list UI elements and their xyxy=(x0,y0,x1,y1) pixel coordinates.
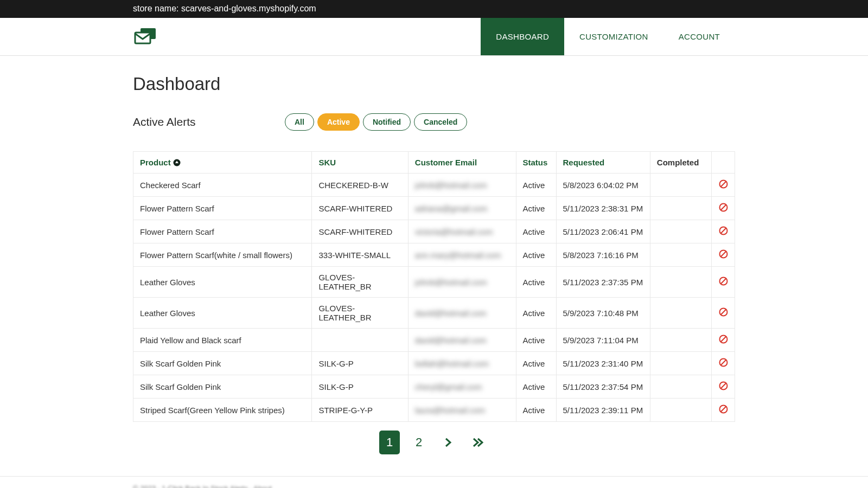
cell-product: Flower Pattern Scarf(white / small flowe… xyxy=(133,243,312,267)
cell-status: Active xyxy=(516,375,556,399)
svg-line-7 xyxy=(720,205,725,210)
cell-completed xyxy=(650,329,712,352)
cell-completed xyxy=(650,352,712,375)
cell-completed xyxy=(650,399,712,422)
col-action xyxy=(712,152,735,174)
cell-status: Active xyxy=(516,399,556,422)
svg-rect-1 xyxy=(135,33,150,43)
filter-active[interactable]: Active xyxy=(317,113,360,131)
cell-email: johnb@hotmail.com xyxy=(408,267,516,298)
table-row: Flower Pattern Scarf(white / small flowe… xyxy=(133,243,735,267)
cancel-alert-button[interactable] xyxy=(719,404,728,414)
cell-requested: 5/9/2023 7:11:04 PM xyxy=(556,329,650,352)
cell-status: Active xyxy=(516,298,556,329)
cell-email: johnb@hotmail.com xyxy=(408,174,516,197)
nav-customization[interactable]: CUSTOMIZATION xyxy=(564,18,663,55)
cell-product: Leather Gloves xyxy=(133,267,312,298)
filter-notified[interactable]: Notified xyxy=(363,113,411,131)
filter-canceled[interactable]: Canceled xyxy=(414,113,467,131)
cancel-alert-button[interactable] xyxy=(719,249,728,259)
nav-account[interactable]: ACCOUNT xyxy=(663,18,735,55)
table-row: Flower Pattern ScarfSCARF-WHITEREDvictor… xyxy=(133,220,735,243)
cell-product: Flower Pattern Scarf xyxy=(133,220,312,243)
app-logo xyxy=(133,18,158,55)
cancel-alert-button[interactable] xyxy=(719,277,728,286)
store-name-label: store name: scarves-and-gloves.myshopify… xyxy=(133,4,316,13)
table-row: Flower Pattern ScarfSCARF-WHITEREDadrian… xyxy=(133,197,735,220)
filter-pills: All Active Notified Canceled xyxy=(285,113,467,131)
col-completed: Completed xyxy=(650,152,712,174)
cell-product: Striped Scarf(Green Yellow Pink stripes) xyxy=(133,399,312,422)
svg-line-21 xyxy=(720,383,725,388)
cell-sku: GLOVES-LEATHER_BR xyxy=(312,298,408,329)
main-nav: DASHBOARD CUSTOMIZATION ACCOUNT xyxy=(481,18,735,55)
table-row: Checkered ScarfCHECKERED-B-Wjohnb@hotmai… xyxy=(133,174,735,197)
cell-sku: SILK-G-P xyxy=(312,352,408,375)
cell-status: Active xyxy=(516,174,556,197)
cell-completed xyxy=(650,243,712,267)
cell-requested: 5/11/2023 2:31:40 PM xyxy=(556,352,650,375)
cell-sku: SCARF-WHITERED xyxy=(312,197,408,220)
cell-completed xyxy=(650,220,712,243)
cancel-alert-button[interactable] xyxy=(719,226,728,235)
cell-product: Leather Gloves xyxy=(133,298,312,329)
table-row: Leather GlovesGLOVES-LEATHER_BRdavid@hot… xyxy=(133,298,735,329)
cancel-alert-button[interactable] xyxy=(719,179,728,189)
cell-requested: 5/11/2023 2:06:41 PM xyxy=(556,220,650,243)
page-1[interactable]: 1 xyxy=(379,431,400,454)
cell-requested: 5/11/2023 2:39:11 PM xyxy=(556,399,650,422)
cell-status: Active xyxy=(516,352,556,375)
cell-sku: STRIPE-G-Y-P xyxy=(312,399,408,422)
cell-product: Silk Scarf Golden Pink xyxy=(133,352,312,375)
cell-email: victoria@hotmail.com xyxy=(408,220,516,243)
footer-text: © 2023 · 1-Click Back In Stock Alerts · … xyxy=(133,477,735,488)
cancel-alert-button[interactable] xyxy=(719,307,728,317)
cell-requested: 5/8/2023 6:04:02 PM xyxy=(556,174,650,197)
cell-completed xyxy=(650,375,712,399)
cell-status: Active xyxy=(516,329,556,352)
cancel-alert-button[interactable] xyxy=(719,335,728,344)
cell-email: david@hotmail.com xyxy=(408,298,516,329)
col-email[interactable]: Customer Email xyxy=(408,152,516,174)
cell-completed xyxy=(650,197,712,220)
col-requested[interactable]: Requested xyxy=(556,152,650,174)
pagination: 1 2 xyxy=(133,422,735,471)
col-sku[interactable]: SKU xyxy=(312,152,408,174)
cell-completed xyxy=(650,298,712,329)
cancel-alert-button[interactable] xyxy=(719,358,728,367)
cell-sku: 333-WHITE-SMALL xyxy=(312,243,408,267)
page-2[interactable]: 2 xyxy=(409,431,429,454)
app-header: DASHBOARD CUSTOMIZATION ACCOUNT xyxy=(0,18,868,56)
cell-product: Checkered Scarf xyxy=(133,174,312,197)
cell-sku: GLOVES-LEATHER_BR xyxy=(312,267,408,298)
cell-status: Active xyxy=(516,197,556,220)
col-status[interactable]: Status xyxy=(516,152,556,174)
col-product[interactable]: Product xyxy=(133,152,312,174)
cell-product: Plaid Yellow and Black scarf xyxy=(133,329,312,352)
svg-line-9 xyxy=(720,228,725,233)
cell-sku xyxy=(312,329,408,352)
cell-sku: SILK-G-P xyxy=(312,375,408,399)
cell-completed xyxy=(650,267,712,298)
page-last[interactable] xyxy=(467,431,489,454)
table-row: Plaid Yellow and Black scarfdavid@hotmai… xyxy=(133,329,735,352)
nav-dashboard[interactable]: DASHBOARD xyxy=(481,18,564,55)
svg-line-23 xyxy=(720,407,725,412)
cancel-alert-button[interactable] xyxy=(719,381,728,390)
cancel-alert-button[interactable] xyxy=(719,203,728,212)
page-title: Dashboard xyxy=(133,74,735,94)
filter-all[interactable]: All xyxy=(285,113,314,131)
cell-status: Active xyxy=(516,220,556,243)
mail-wallet-icon xyxy=(133,27,158,47)
svg-line-19 xyxy=(720,360,725,365)
cell-requested: 5/11/2023 2:37:54 PM xyxy=(556,375,650,399)
page-next[interactable] xyxy=(438,431,458,454)
cell-requested: 5/9/2023 7:10:48 PM xyxy=(556,298,650,329)
alerts-table: Product SKU Customer Email Status Reques… xyxy=(133,151,735,422)
cell-email: bellah@hotmail.com xyxy=(408,352,516,375)
cell-status: Active xyxy=(516,243,556,267)
cell-completed xyxy=(650,174,712,197)
svg-line-15 xyxy=(720,310,725,314)
cell-email: cheryl@gmail.com xyxy=(408,375,516,399)
cell-email: ann.mary@hotmail.com xyxy=(408,243,516,267)
